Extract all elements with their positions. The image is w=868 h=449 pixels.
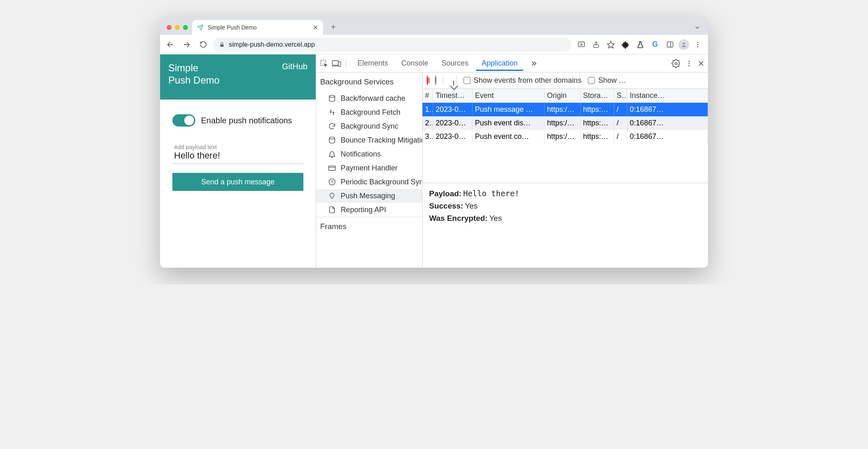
col-sw[interactable]: S..	[614, 89, 627, 103]
col-timestamp[interactable]: Timest…	[433, 89, 472, 103]
sidebar-item[interactable]: Bounce Tracking Mitigations	[316, 133, 422, 147]
side-panel-icon[interactable]	[664, 39, 676, 51]
payload-field[interactable]: Add payload text Hello there!	[172, 141, 303, 164]
table-row[interactable]: 2.2023-0…Push event dis…https:/…https:…/…	[423, 116, 708, 130]
url-text: simple-push-demo.vercel.app	[229, 41, 315, 48]
record-button[interactable]	[427, 76, 428, 85]
sidebar-item[interactable]: Background Fetch	[316, 105, 422, 119]
github-link[interactable]: GitHub	[282, 62, 307, 71]
new-tab-button[interactable]: +	[327, 21, 339, 33]
sidebar-item-icon	[328, 177, 337, 186]
reload-button[interactable]	[197, 39, 209, 51]
sidebar-item-label: Notifications	[341, 150, 381, 159]
maximize-window-button[interactable]	[183, 25, 188, 30]
more-tabs-icon[interactable]	[525, 60, 542, 67]
lock-icon	[219, 42, 225, 48]
svg-point-21	[329, 137, 335, 139]
devtools-tabs: Elements Console Sources Application ✕	[316, 54, 708, 73]
svg-rect-13	[332, 61, 339, 65]
sidebar-item[interactable]: Payment Handler	[316, 161, 422, 175]
svg-point-8	[683, 42, 685, 44]
devtools-menu-icon[interactable]	[685, 60, 693, 67]
send-push-button[interactable]: Send a push message	[172, 173, 303, 191]
push-toggle-row: Enable push notifications	[172, 114, 303, 127]
sidebar-item-label: Payment Handler	[341, 164, 398, 172]
svg-rect-6	[667, 42, 673, 47]
devtools-settings-icon[interactable]	[671, 59, 680, 68]
clear-button[interactable]	[435, 76, 436, 85]
sidebar-item-label: Back/forward cache	[341, 94, 405, 103]
sidebar-item-label: Background Fetch	[341, 108, 400, 117]
forward-button[interactable]	[181, 39, 193, 51]
checkbox-label: Show …	[598, 76, 626, 85]
col-storage[interactable]: Stora…	[581, 89, 614, 103]
table-cell: https:/…	[545, 116, 581, 130]
table-row[interactable]: 3.2023-0…Push event co…https:/…https:…/0…	[423, 130, 708, 143]
install-app-icon[interactable]	[575, 39, 588, 51]
labs-flask-icon[interactable]	[634, 39, 646, 51]
checkbox-icon	[463, 77, 470, 84]
sidebar-section-frames[interactable]: Frames	[316, 217, 422, 236]
tab-close-button[interactable]: ✕	[313, 24, 318, 32]
minimize-window-button[interactable]	[175, 25, 180, 30]
show-other-domains-checkbox[interactable]: Show events from other domains	[463, 76, 581, 85]
bookmark-star-icon[interactable]	[605, 39, 617, 51]
table-cell: /	[614, 130, 627, 143]
profile-avatar[interactable]	[678, 39, 689, 50]
push-toggle[interactable]	[172, 114, 195, 127]
sidebar-item-label: Background Sync	[341, 122, 398, 131]
sidebar-item-icon	[328, 150, 337, 159]
svg-point-20	[329, 95, 335, 98]
devtools-tab-console[interactable]: Console	[396, 56, 434, 71]
sidebar-item[interactable]: Notifications	[316, 147, 422, 161]
table-cell: 3.	[423, 130, 433, 143]
table-row[interactable]: 1.2023-0…Push message …https:/…https:…/0…	[423, 103, 708, 116]
share-icon[interactable]	[590, 39, 602, 51]
sidebar-item-label: Bounce Tracking Mitigations	[341, 136, 422, 145]
sidebar-section-background-services[interactable]: Background Services	[316, 73, 422, 91]
sidebar-item-icon	[328, 94, 337, 103]
svg-point-18	[689, 63, 690, 64]
devtools-close-icon[interactable]: ✕	[698, 59, 705, 68]
events-table: # Timest… Event Origin Stora… S.. Instan…	[423, 89, 708, 183]
devtools-panel: Elements Console Sources Application ✕ B…	[316, 54, 708, 268]
svg-point-10	[697, 44, 698, 45]
col-instance[interactable]: Instance…	[627, 89, 708, 103]
detail-val-encrypted: Yes	[489, 214, 502, 222]
extensions-puzzle-icon[interactable]	[619, 39, 632, 51]
tabs-dropdown-button[interactable]	[694, 24, 701, 31]
devtools-tab-sources[interactable]: Sources	[436, 56, 474, 71]
sidebar-item[interactable]: Reporting API	[316, 203, 422, 217]
google-account-icon[interactable]: G	[649, 39, 661, 51]
browser-toolbar: simple-push-demo.vercel.app G	[160, 35, 708, 54]
col-origin[interactable]: Origin	[545, 89, 581, 103]
table-cell: /	[614, 116, 627, 130]
detail-key-payload: Payload:	[429, 189, 461, 198]
table-cell: Push message …	[472, 103, 545, 116]
back-button[interactable]	[164, 39, 176, 51]
address-bar[interactable]: simple-push-demo.vercel.app	[213, 38, 571, 52]
page-title-line: Simple	[168, 62, 219, 74]
sidebar-item[interactable]: Background Sync	[316, 119, 422, 133]
detail-key-success: Success:	[429, 202, 463, 210]
sidebar-item[interactable]: Push Messaging	[316, 189, 422, 203]
inspect-element-icon[interactable]	[319, 59, 328, 68]
sidebar-item-label: Periodic Background Sync	[341, 178, 422, 186]
devtools-tab-elements[interactable]: Elements	[352, 56, 394, 71]
kebab-menu-icon[interactable]	[692, 39, 704, 51]
col-event[interactable]: Event	[472, 89, 545, 103]
close-window-button[interactable]	[167, 25, 172, 30]
devtools-tab-application[interactable]: Application	[476, 56, 523, 71]
device-toolbar-icon[interactable]	[332, 59, 341, 68]
detail-val-payload: Hello there!	[463, 189, 519, 198]
page-title-line: Push Demo	[168, 74, 219, 86]
toolbar-actions: G	[575, 39, 704, 51]
sidebar-item-icon	[328, 108, 337, 117]
sidebar-item[interactable]: Periodic Background Sync	[316, 175, 422, 189]
sidebar-item[interactable]: Back/forward cache	[316, 91, 422, 105]
show-truncated-checkbox[interactable]: Show …	[588, 76, 626, 85]
col-index[interactable]: #	[423, 89, 433, 103]
browser-tab[interactable]: Simple Push Demo ✕	[192, 20, 323, 35]
sidebar-item-label: Push Messaging	[341, 192, 395, 200]
payload-value: Hello there!	[174, 150, 302, 161]
